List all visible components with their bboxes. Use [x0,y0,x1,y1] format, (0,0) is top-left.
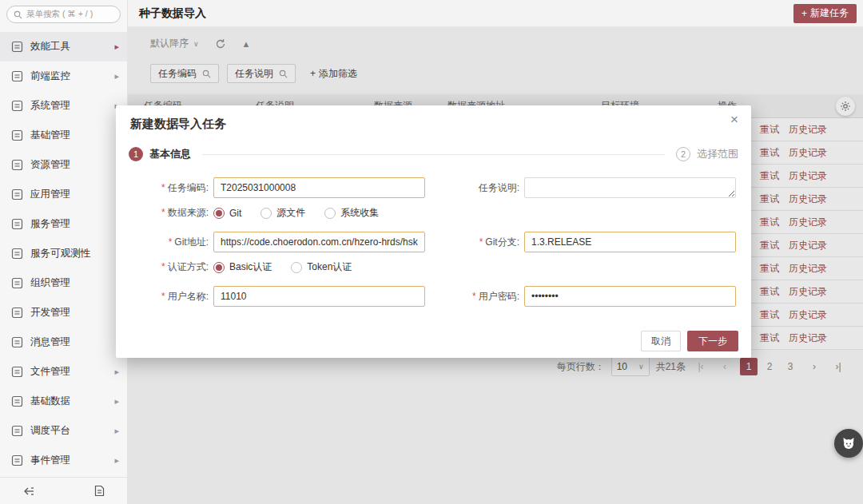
cancel-button[interactable]: 取消 [641,331,681,351]
modal-footer: 取消 下一步 [641,331,738,351]
menu-item-label: 基础数据 [30,395,114,408]
menu-item-label: 前端监控 [30,69,114,83]
menu-item-icon [11,454,23,466]
sidebar-item-service-observability[interactable]: 服务可观测性 ▸ [0,239,127,268]
menu-item-label: 调度平台 [30,424,114,438]
menu-search-input[interactable]: 菜单搜索 ( ⌘ + / ) [6,6,121,23]
menu-item-icon [11,129,23,141]
task-code-label: *任务编码: [129,181,209,195]
auth-type-label: *认证方式: [129,260,209,274]
menu-item-label: 资源管理 [30,158,114,172]
radio-git[interactable]: Git [213,208,241,219]
radio-icon [260,208,272,219]
sidebar-item-frontend-monitoring[interactable]: 前端监控 ▸ [0,62,127,91]
menu-item-icon [11,395,23,407]
username-label: *用户名称: [129,290,209,304]
menu-item-label: 服务可观测性 [30,247,114,260]
radio-icon [291,262,302,273]
document-icon[interactable] [94,485,105,497]
sidebar-item-basic-management[interactable]: 基础管理 ▸ [0,121,127,150]
password-input[interactable] [524,286,736,307]
sidebar-item-system-management[interactable]: 系统管理 ▸ [0,91,127,121]
menu-item-icon [11,70,23,82]
sidebar-item-service-management[interactable]: 服务管理 ▸ [0,209,127,239]
plus-icon: + [801,8,807,19]
data-source-label: *数据来源: [129,206,209,220]
menu-item-label: 事件管理 [30,454,114,467]
menu-item-label: 应用管理 [30,188,114,201]
menu-item-icon [11,189,23,200]
radio-system-collect[interactable]: 系统收集 [324,206,379,220]
menu-item-icon [11,100,23,112]
username-input[interactable] [213,286,425,307]
chevron-right-icon: ▸ [114,367,119,377]
next-step-button[interactable]: 下一步 [687,331,738,351]
sidebar-menu: 效能工具 ▸ 前端监控 ▸ 系统管理 ▸ 基础管理 ▸ 资源管理 ▸ 应用管理 … [0,32,127,475]
cat-icon [841,435,857,451]
menu-item-icon [11,159,23,171]
menu-item-label: 效能工具 [30,40,114,54]
menu-item-label: 系统管理 [30,99,114,113]
sidebar-item-efficiency-tools[interactable]: 效能工具 ▸ [0,32,127,62]
chevron-right-icon: ▸ [114,71,119,81]
sidebar-item-organization-management[interactable]: 组织管理 ▸ [0,268,127,298]
radio-selected-icon [213,208,225,219]
menu-item-label: 基础管理 [30,129,114,142]
radio-basic-auth[interactable]: Basic认证 [213,260,272,274]
menu-item-label: 组织管理 [30,276,114,290]
search-icon [14,10,22,19]
menu-item-icon [11,41,23,53]
menu-item-label: 消息管理 [30,335,114,349]
task-desc-input[interactable] [524,177,736,198]
menu-item-label: 服务管理 [30,217,114,231]
git-url-label: *Git地址: [129,236,209,249]
new-task-button[interactable]: + 新建任务 [793,4,857,23]
menu-item-icon [11,248,23,260]
chevron-right-icon: ▸ [114,455,119,466]
chevron-right-icon: ▸ [114,396,119,407]
support-bubble[interactable] [834,429,863,458]
sidebar: 菜单搜索 ( ⌘ + / ) 效能工具 ▸ 前端监控 ▸ 系统管理 ▸ 基础管理… [0,0,128,504]
page-title: 种子数据导入 [139,6,793,21]
modal-form: *任务编码: 任务说明: *数据来源: Git 源文件 系统收集 *Git地址:… [116,105,751,358]
menu-item-icon [11,366,23,378]
radio-selected-icon [213,262,225,273]
menu-item-icon [11,218,23,230]
data-source-radio-group: Git 源文件 系统收集 [213,206,398,220]
git-branch-input[interactable] [524,232,736,252]
sidebar-item-resource-management[interactable]: 资源管理 ▸ [0,150,127,180]
menu-item-label: 开发管理 [30,306,114,319]
sidebar-item-scheduling-platform[interactable]: 调度平台 ▸ [0,416,127,446]
collapse-sidebar-icon[interactable] [22,486,35,497]
chevron-right-icon: ▸ [114,42,119,52]
sidebar-item-message-management[interactable]: 消息管理 ▸ [0,327,127,357]
password-label: *用户密码: [425,290,519,304]
chevron-right-icon: ▸ [114,426,119,436]
radio-token-auth[interactable]: Token认证 [291,260,352,274]
task-code-input[interactable] [213,177,425,198]
sidebar-item-file-management[interactable]: 文件管理 ▸ [0,357,127,387]
topbar: 种子数据导入 + 新建任务 [128,0,863,27]
menu-item-icon [11,425,23,437]
menu-item-icon [11,277,23,289]
git-url-input[interactable] [213,232,425,252]
menu-item-icon [11,336,23,348]
sidebar-item-application-management[interactable]: 应用管理 ▸ [0,180,127,209]
menu-item-icon [11,307,23,319]
sidebar-item-basic-data[interactable]: 基础数据 ▸ [0,387,127,416]
auth-type-radio-group: Basic认证 Token认证 [213,260,371,274]
radio-source-file[interactable]: 源文件 [260,206,305,220]
git-branch-label: *Git分支: [425,236,519,249]
sidebar-item-event-management[interactable]: 事件管理 ▸ [0,446,127,475]
sidebar-item-development-management[interactable]: 开发管理 ▸ [0,298,127,327]
new-import-task-modal: 新建数据导入任务 × 1 基本信息 2 选择范围 *任务编码: 任务说明: *数… [116,105,751,358]
radio-icon [324,208,336,219]
sidebar-footer [0,477,127,504]
menu-search-placeholder: 菜单搜索 ( ⌘ + / ) [26,9,93,20]
menu-item-label: 文件管理 [30,365,114,379]
task-desc-label: 任务说明: [425,181,519,195]
